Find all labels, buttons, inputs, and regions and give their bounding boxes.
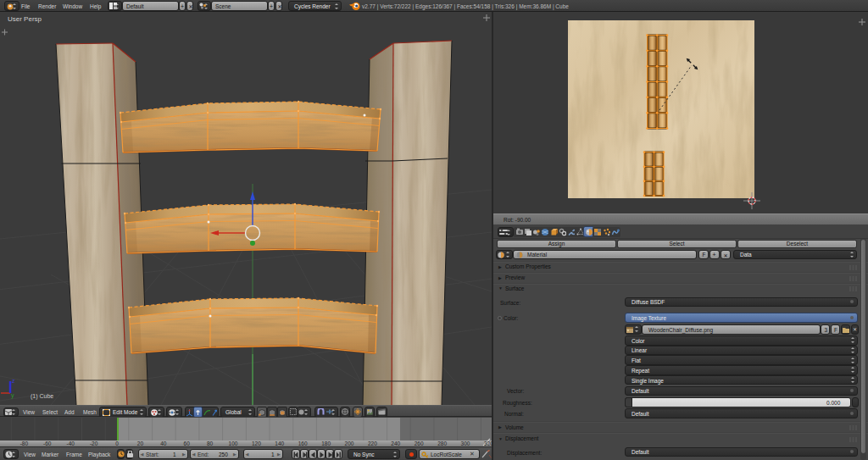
svg-text:z: z	[12, 378, 15, 384]
svg-text:y: y	[11, 392, 14, 399]
svg-text:User Persp: User Persp	[8, 15, 42, 23]
svg-text:(1) Cube: (1) Cube	[31, 393, 53, 400]
